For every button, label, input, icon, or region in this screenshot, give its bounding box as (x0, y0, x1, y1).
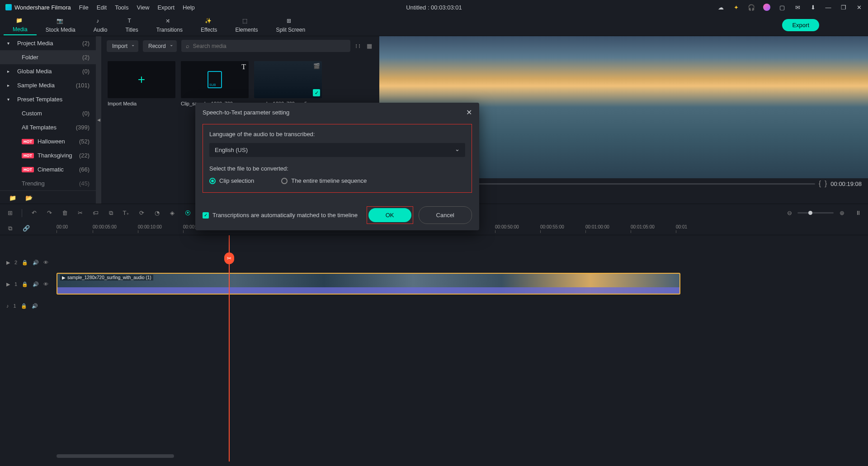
tab-effects[interactable]: ✨Effects (192, 16, 226, 35)
new-folder-icon[interactable]: 📁 (9, 195, 16, 202)
mark-in-icon[interactable]: { (819, 180, 821, 188)
speed-icon[interactable]: ⟳ (138, 209, 145, 217)
timeline-clip[interactable]: ▶sample_1280x720_surfing_with_audio (1) (57, 273, 680, 295)
app-logo: Wondershare Filmora (5, 4, 71, 11)
maximize-icon[interactable]: ❐ (840, 4, 847, 11)
grid-view-icon[interactable]: ▦ (367, 43, 374, 50)
cut-icon[interactable]: ✂ (76, 209, 84, 217)
project-title: Untitled : 00:03:03:01 (406, 4, 462, 11)
visibility-icon[interactable]: 👁 (43, 281, 48, 287)
export-button[interactable]: Export (782, 19, 819, 31)
plus-icon: + (138, 72, 145, 87)
layout-icon[interactable]: ⊞ (6, 209, 14, 217)
sidebar-item-trending[interactable]: Trending(45) (0, 176, 96, 190)
radio-checked-icon (209, 178, 216, 184)
auto-match-checkbox[interactable]: ✓ Transcriptions are automatically match… (203, 212, 358, 219)
sidebar-item-folder[interactable]: Folder(2) (0, 50, 96, 64)
lightbulb-icon[interactable]: ✦ (732, 4, 740, 11)
tab-stock-media[interactable]: 📷Stock Media (37, 16, 85, 35)
search-box[interactable]: ⌕ (181, 40, 350, 52)
zoom-in-icon[interactable]: ⊕ (838, 209, 845, 217)
video-track-icon: ▶ (6, 281, 10, 287)
delete-icon[interactable]: 🗑 (61, 209, 68, 217)
tab-media[interactable]: 📁Media (4, 15, 37, 35)
tab-elements[interactable]: ⬚Elements (226, 16, 267, 35)
keyframe-icon[interactable]: ◈ (169, 209, 176, 217)
radio-entire-timeline[interactable]: The entire timeline sequence (281, 177, 367, 184)
visibility-icon[interactable]: 👁 (43, 260, 48, 265)
menu-export[interactable]: Export (157, 4, 175, 11)
video-track-1[interactable]: ▶1🔒🔊👁 ▶sample_1280x720_surfing_with_audi… (0, 271, 868, 297)
text-icon: T (128, 18, 136, 26)
tab-transitions[interactable]: ⤨Transitions (147, 16, 192, 35)
menu-help[interactable]: Help (183, 4, 195, 11)
split-icon: ⊞ (287, 18, 295, 26)
media-item-subtitle[interactable]: T Clip_sample_1280x720_s... (181, 61, 249, 106)
import-dropdown[interactable]: Import (107, 40, 138, 52)
text-tool-icon[interactable]: T₊ (123, 209, 130, 217)
color-icon[interactable]: ◔ (153, 209, 160, 217)
lock-icon[interactable]: 🔒 (21, 303, 27, 309)
sidebar-item-custom[interactable]: Custom(0) (0, 106, 96, 120)
filter-icon[interactable]: ⫶⫶ (355, 43, 362, 50)
download-icon[interactable]: ⬇ (809, 4, 816, 11)
radio-clip-selection[interactable]: Clip selection (209, 177, 254, 184)
text-badge-icon: T (241, 63, 246, 71)
search-input[interactable] (193, 43, 346, 49)
sidebar-item-sample-media[interactable]: ▸Sample Media(101) (0, 78, 96, 92)
link-icon[interactable]: 🔗 (23, 225, 30, 232)
cancel-button[interactable]: Cancel (419, 206, 472, 224)
record-dropdown[interactable]: Record (143, 40, 177, 52)
sidebar-item-halloween[interactable]: HOTHalloween(52) (0, 134, 96, 148)
media-item-video[interactable]: 🎬✓ sample_1280x720_surfin... (254, 61, 322, 106)
timeline-scrollbar[interactable] (57, 454, 174, 458)
mute-icon[interactable]: 🔊 (33, 281, 39, 287)
menu-edit[interactable]: Edit (97, 4, 107, 11)
sidebar-item-cinematic[interactable]: HOTCinematic(66) (0, 162, 96, 176)
save-icon[interactable]: ▢ (778, 4, 786, 11)
mute-icon[interactable]: 🔊 (33, 260, 39, 266)
crop-icon[interactable]: ⧉ (107, 209, 114, 217)
mail-icon[interactable]: ✉ (794, 4, 801, 11)
redo-icon[interactable]: ↷ (46, 209, 53, 217)
sidebar-item-preset-templates[interactable]: ▾Preset Templates (0, 92, 96, 106)
hot-badge: HOT (22, 153, 34, 158)
timeline-options-icon[interactable]: ⧉ (6, 225, 14, 232)
tab-split-screen[interactable]: ⊞Split Screen (267, 16, 314, 35)
app-name: Wondershare Filmora (14, 4, 71, 11)
menu-view[interactable]: View (137, 4, 149, 11)
import-media-tile[interactable]: + Import Media (108, 61, 175, 106)
lock-icon[interactable]: 🔒 (22, 281, 28, 287)
zoom-out-icon[interactable]: ⊖ (786, 209, 793, 217)
audio-track-1[interactable]: ♪1🔒🔊 (0, 297, 868, 315)
sidebar-collapse-handle[interactable]: ◀ (96, 36, 101, 204)
avatar-icon[interactable] (763, 4, 770, 11)
sidebar-item-project-media[interactable]: ▾Project Media(2) (0, 36, 96, 50)
sidebar-item-thanksgiving[interactable]: HOTThanksgiving(22) (0, 148, 96, 162)
zoom-fit-icon[interactable]: ⏸ (854, 209, 862, 217)
video-track-2[interactable]: ▶2🔒🔊👁 (0, 253, 868, 271)
ok-button[interactable]: OK (368, 208, 411, 222)
folder-open-icon[interactable]: 📂 (25, 195, 33, 202)
headset-icon[interactable]: 🎧 (748, 4, 755, 11)
mark-out-icon[interactable]: } (825, 180, 827, 188)
chevron-right-icon: ▸ (7, 69, 12, 74)
menu-file[interactable]: File (79, 4, 89, 11)
language-select[interactable]: English (US) (209, 143, 465, 157)
close-icon[interactable]: ✕ (855, 4, 863, 11)
tab-titles[interactable]: TTitles (116, 16, 147, 35)
playhead[interactable] (229, 235, 230, 461)
sidebar-item-all-templates[interactable]: All Templates(399) (0, 120, 96, 134)
undo-icon[interactable]: ↶ (30, 209, 38, 217)
cloud-icon[interactable]: ☁ (717, 4, 724, 11)
tab-audio[interactable]: ♪Audio (85, 16, 117, 35)
sidebar-item-global-media[interactable]: ▸Global Media(0) (0, 64, 96, 78)
dialog-close-icon[interactable]: ✕ (466, 108, 472, 117)
zoom-slider[interactable] (797, 212, 834, 214)
minimize-icon[interactable]: — (825, 4, 832, 11)
tag-icon[interactable]: 🏷 (92, 209, 99, 217)
lock-icon[interactable]: 🔒 (22, 260, 28, 266)
render-icon[interactable]: ⦿ (184, 209, 191, 217)
mute-icon[interactable]: 🔊 (32, 303, 38, 309)
menu-tools[interactable]: Tools (115, 4, 128, 11)
